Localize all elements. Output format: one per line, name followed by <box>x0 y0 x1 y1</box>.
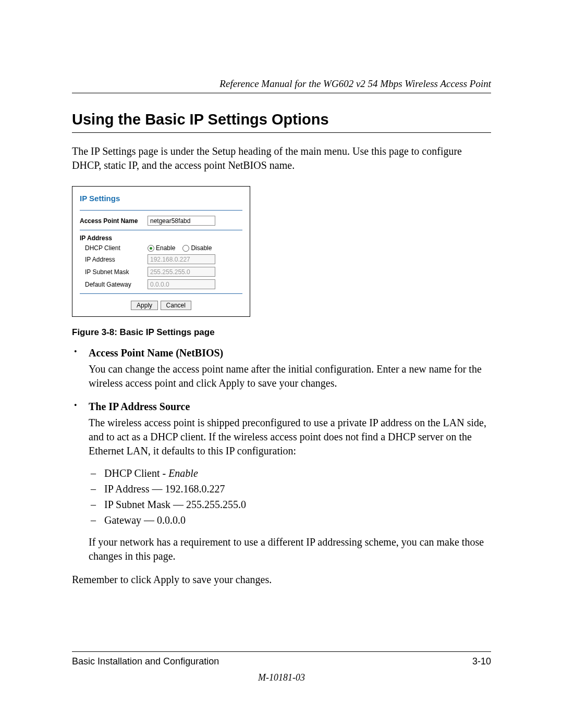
section-title: Using the Basic IP Settings Options <box>72 111 491 133</box>
mask-input <box>148 267 215 277</box>
remember-paragraph: Remember to click Apply to save your cha… <box>72 574 491 586</box>
figure-caption: Figure 3-8: Basic IP Settings page <box>72 327 491 338</box>
running-header: Reference Manual for the WG602 v2 54 Mbp… <box>72 78 491 93</box>
dhcp-disable-radio[interactable]: Disable <box>182 244 212 252</box>
gw-label: Default Gateway <box>80 281 148 288</box>
bullet-after-ip: If your network has a requirement to use… <box>89 535 491 563</box>
intro-paragraph: The IP Settings page is under the Setup … <box>72 144 491 172</box>
apply-button[interactable]: Apply <box>131 301 158 310</box>
divider <box>80 230 242 230</box>
mask-label: IP Subnet Mask <box>80 268 148 276</box>
dash-item: –IP Address — 192.168.0.227 <box>89 481 491 497</box>
bullet-icon: • <box>72 347 89 390</box>
divider <box>80 210 242 211</box>
divider <box>80 293 242 294</box>
footer-page: 3-10 <box>472 656 491 667</box>
bullet-para-apn: You can change the access point name aft… <box>89 362 491 390</box>
bullet-icon: • <box>72 401 89 563</box>
dhcp-label: DHCP Client <box>80 244 148 252</box>
ip-label: IP Address <box>80 256 148 263</box>
dash-item: –DHCP Client - Enable <box>89 465 491 481</box>
footer-docnum: M-10181-03 <box>72 672 491 683</box>
bullet-title-ip: The IP Address Source <box>89 401 190 412</box>
radio-icon <box>148 245 154 252</box>
figure-ip-settings-panel: IP Settings Access Point Name IP Address… <box>72 186 250 317</box>
radio-icon <box>182 245 189 252</box>
ip-group-title: IP Address <box>80 235 242 242</box>
ip-input <box>148 254 215 264</box>
bullet-para-ip: The wireless access point is shipped pre… <box>89 416 491 458</box>
gw-input <box>148 279 215 289</box>
bullet-title-apn: Access Point Name (NetBIOS) <box>89 347 223 359</box>
cancel-button[interactable]: Cancel <box>161 301 191 310</box>
apn-label: Access Point Name <box>80 217 148 225</box>
dhcp-enable-label: Enable <box>156 244 175 252</box>
dash-item: –IP Subnet Mask — 255.255.255.0 <box>89 497 491 512</box>
apn-input[interactable] <box>148 216 215 226</box>
dhcp-disable-label: Disable <box>191 244 212 252</box>
footer-section: Basic Installation and Configuration <box>72 656 219 667</box>
dhcp-enable-radio[interactable]: Enable <box>148 244 175 252</box>
dash-item: –Gateway — 0.0.0.0 <box>89 512 491 528</box>
panel-title: IP Settings <box>80 194 242 203</box>
